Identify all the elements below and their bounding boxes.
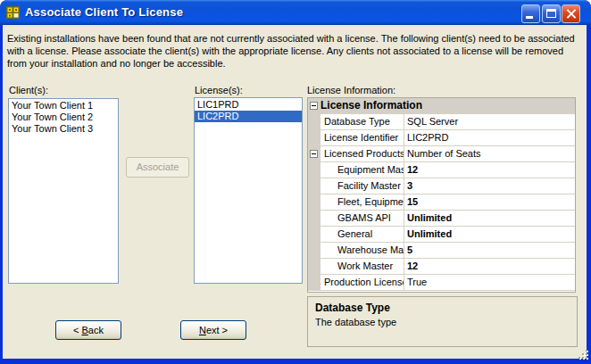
grid-margin-strip [308, 98, 320, 113]
dialog-window: Associate Client To License Existing ins… [0, 0, 591, 364]
client-list-item[interactable]: Your Town Client 3 [9, 123, 118, 135]
property-name: GBAMS API [320, 211, 404, 226]
property-value: LIC2PRD [404, 130, 575, 145]
grid-property-row[interactable]: Licensed ProductsNumber of Seats [308, 146, 575, 162]
back-button[interactable]: < Back [55, 320, 121, 340]
clients-label: Client(s): [9, 85, 48, 96]
property-value: True [404, 275, 575, 290]
grid-property-row[interactable]: Facility Master3 [308, 178, 575, 194]
associate-button[interactable]: Associate [126, 157, 189, 178]
property-value: 12 [404, 162, 575, 178]
grid-margin-strip [308, 275, 320, 290]
grid-margin-strip [308, 227, 320, 242]
property-value: Number of Seats [404, 146, 575, 161]
property-name: General [320, 227, 404, 242]
licenses-list[interactable]: LIC1PRDLIC2PRD [194, 97, 303, 284]
property-value: Unlimited [404, 227, 575, 242]
grid-margin-strip [308, 146, 320, 161]
property-name: Work Master [320, 259, 404, 274]
maximize-icon [546, 9, 556, 18]
grid-margin-strip [308, 259, 320, 274]
grid-margin-strip [308, 194, 320, 210]
next-button[interactable]: Next > [180, 320, 246, 340]
minimize-icon [526, 16, 533, 19]
grid-property-row[interactable]: Production LicenseTrue [308, 275, 575, 291]
grid-margin-strip [308, 162, 320, 178]
property-name: Facility Master [320, 178, 404, 194]
grid-property-row[interactable]: Work Master12 [308, 259, 575, 275]
property-description-pane: Database Type The database type [307, 296, 578, 347]
property-value: Unlimited [404, 211, 575, 226]
license-list-item[interactable]: LIC1PRD [195, 99, 302, 111]
property-value: SQL Server [404, 114, 575, 129]
description-text: The database type [315, 317, 570, 327]
minimize-button[interactable] [521, 4, 540, 23]
property-value: 15 [404, 194, 575, 210]
collapse-minus-icon[interactable] [310, 102, 318, 110]
grid-margin-strip [308, 178, 320, 194]
license-info-label: License Information: [307, 85, 395, 96]
license-info-grid[interactable]: License InformationDatabase TypeSQL Serv… [307, 97, 576, 293]
grid-property-row[interactable]: GBAMS APIUnlimited [308, 211, 575, 227]
property-name: Fleet, Equipment a [320, 194, 404, 210]
property-value: 12 [404, 259, 575, 274]
clients-list[interactable]: Your Town Client 1Your Town Client 2Your… [8, 98, 119, 284]
client-list-item[interactable]: Your Town Client 2 [9, 112, 118, 123]
grid-margin-strip [308, 243, 320, 258]
grid-property-row[interactable]: GeneralUnlimited [308, 227, 575, 243]
app-grid-icon[interactable] [6, 5, 21, 20]
property-name: Equipment Master [320, 162, 404, 178]
grid-category-row[interactable]: License Information [308, 98, 575, 114]
property-name: License Identifier [320, 130, 404, 145]
grid-property-row[interactable]: Equipment Master12 [308, 162, 575, 178]
license-list-item[interactable]: LIC2PRD [195, 111, 302, 122]
close-button[interactable] [562, 4, 580, 23]
property-value: 3 [404, 178, 575, 194]
grid-margin-strip [308, 130, 320, 145]
intro-text: Existing installations have been found t… [7, 32, 586, 70]
title-bar[interactable]: Associate Client To License [0, 0, 591, 25]
collapse-minus-icon[interactable] [310, 150, 318, 158]
grid-property-row[interactable]: Database TypeSQL Server [308, 114, 575, 130]
property-name: Licensed Products [320, 146, 404, 161]
client-list-item[interactable]: Your Town Client 1 [9, 100, 118, 112]
grid-property-row[interactable]: Warehouse Master5 [308, 243, 575, 259]
grid-property-row[interactable]: Fleet, Equipment a15 [308, 194, 575, 211]
resize-grip-icon[interactable] [579, 350, 589, 360]
property-name: Database Type [320, 114, 404, 129]
grid-property-row[interactable]: License IdentifierLIC2PRD [308, 130, 575, 146]
grid-margin-strip [308, 114, 320, 129]
property-name: License Information [320, 98, 575, 113]
licenses-label: License(s): [195, 85, 243, 96]
property-value: 5 [404, 243, 575, 258]
description-title: Database Type [315, 302, 570, 314]
property-name: Warehouse Master [320, 243, 404, 258]
maximize-button[interactable] [542, 4, 561, 23]
property-name: Production License [320, 275, 404, 290]
grid-margin-strip [308, 211, 320, 226]
window-title: Associate Client To License [25, 5, 183, 19]
